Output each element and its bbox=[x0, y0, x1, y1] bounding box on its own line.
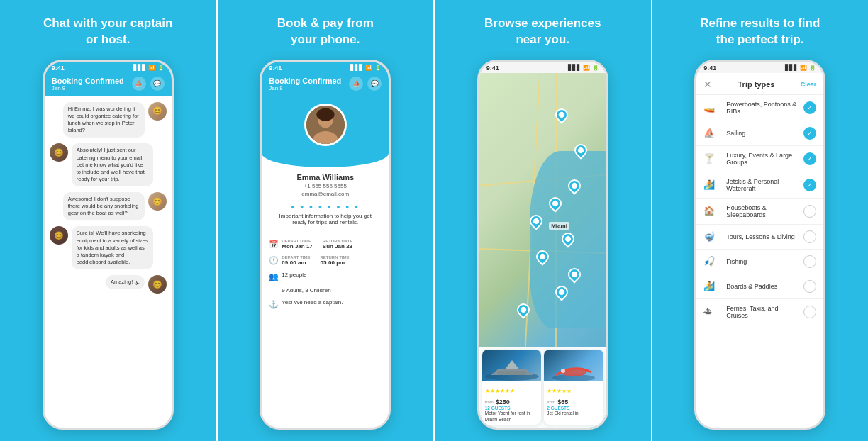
yacht-stars: ★★★★★★ bbox=[485, 388, 515, 394]
filter-item-boards[interactable]: 🏄 Boards & Paddles bbox=[696, 274, 823, 299]
status-bar-2: 9:41 ▋▋▋ 📶 🔋 bbox=[262, 62, 389, 73]
status-time-3: 9:41 bbox=[486, 65, 499, 72]
svg-marker-6 bbox=[505, 360, 519, 369]
filter-check-fishing[interactable] bbox=[803, 255, 816, 268]
filter-item-luxury[interactable]: 🍸 Luxury, Events & Large Groups ✓ bbox=[696, 146, 823, 172]
map-content: Miami ★★★★★★ bbox=[479, 73, 606, 428]
fishing-icon: 🎣 bbox=[703, 256, 720, 267]
battery-icon-2: 🔋 bbox=[374, 65, 382, 71]
booking-header-subtitle: Jan 8 bbox=[269, 85, 341, 91]
wifi-icon-4: 📶 bbox=[800, 65, 807, 71]
filter-check-ferries[interactable] bbox=[803, 306, 816, 318]
filter-clear-button[interactable]: Clear bbox=[801, 81, 817, 88]
filter-close-button[interactable]: ✕ bbox=[703, 79, 712, 90]
filter-label-sailing: Sailing bbox=[726, 130, 798, 137]
booking-msg-icon[interactable]: 💬 bbox=[367, 77, 382, 91]
chat-msg-4: 😊 Sure is! We'll have snorkeling equipme… bbox=[50, 226, 167, 269]
status-icons-4: ▋▋▋ 📶 🔋 bbox=[785, 65, 816, 71]
wifi-icon-3: 📶 bbox=[583, 65, 590, 71]
filter-item-jetskis[interactable]: 🏄 Jetskis & Personal Watercraft ✓ bbox=[696, 172, 823, 199]
trip-people-breakdown-row: 9 Adults, 3 Children bbox=[262, 284, 389, 296]
panel-filter: Refine results to find the perfect trip.… bbox=[651, 0, 869, 441]
filter-check-powerboats[interactable]: ✓ bbox=[803, 101, 816, 114]
yacht-description: Motor Yacht for rent in Miami Beach bbox=[482, 411, 542, 425]
filter-item-fishing[interactable]: 🎣 Fishing bbox=[696, 250, 823, 274]
map-pin-9 bbox=[515, 301, 533, 318]
profile-info-message: Important information to help you get re… bbox=[262, 213, 389, 230]
filter-label-powerboats: Powerboats, Pontoons & RIBs bbox=[726, 101, 798, 115]
yacht-guests: 12 GUESTS bbox=[482, 406, 542, 411]
status-icons-1: ▋▋▋ 📶 🔋 bbox=[133, 65, 165, 71]
map-card-yacht[interactable]: ★★★★★★ from $250 12 GUESTS Motor Yacht f… bbox=[482, 350, 542, 425]
status-icons-3: ▋▋▋ 📶 🔋 bbox=[568, 65, 599, 71]
trip-times-row: 🕐 DEPART TIME 09:00 am RETURN TIME 05:00… bbox=[262, 252, 389, 269]
avatar-1: 😊 bbox=[148, 102, 167, 121]
bubble-4: Sure is! We'll have snorkeling equipment… bbox=[72, 226, 153, 269]
filter-label-ferries: Ferries, Taxis, and Cruises bbox=[726, 305, 798, 319]
chat-header-icons: ⛵ 💬 bbox=[132, 77, 165, 91]
booking-boat-icon[interactable]: ⛵ bbox=[349, 77, 363, 91]
message-icon[interactable]: 💬 bbox=[150, 77, 165, 91]
chat-header: Booking Confirmed Jan 8 ⛵ 💬 bbox=[45, 73, 172, 96]
yacht-image bbox=[482, 350, 542, 381]
phone-booking: 9:41 ▋▋▋ 📶 🔋 Booking Confirmed Jan 8 ⛵ 💬 bbox=[260, 60, 391, 430]
status-bar-3: 9:41 ▋▋▋ 📶 🔋 bbox=[479, 62, 606, 73]
booking-header-icons: ⛵ 💬 bbox=[349, 77, 382, 91]
trip-people-row: 👥 12 people bbox=[262, 269, 389, 284]
filter-list: 🚤 Powerboats, Pontoons & RIBs ✓ ⛵ Sailin… bbox=[696, 95, 823, 428]
panel3-title: Browse experiences near you. bbox=[484, 16, 601, 48]
filter-check-sailing[interactable]: ✓ bbox=[803, 127, 816, 140]
ferry-icon: ⛴ bbox=[703, 306, 720, 317]
jetski-guests: 2 GUESTS bbox=[544, 406, 603, 411]
jetski-stars-row: ★★★★★ bbox=[544, 381, 603, 397]
filter-item-tours[interactable]: 🤿 Tours, Lessons & Diving bbox=[696, 225, 823, 250]
filter-item-ferries[interactable]: ⛴ Ferries, Taxis, and Cruises bbox=[696, 299, 823, 325]
svg-point-9 bbox=[561, 368, 586, 376]
depart-time-val: 09:00 am bbox=[282, 259, 310, 266]
return-time-val: 05:00 pm bbox=[320, 259, 349, 266]
status-bar-4: 9:41 ▋▋▋ 📶 🔋 bbox=[696, 62, 823, 73]
battery-icon-3: 🔋 bbox=[592, 65, 599, 71]
filter-item-sailing[interactable]: ⛵ Sailing ✓ bbox=[696, 121, 823, 146]
signal-icon-4: ▋▋▋ bbox=[785, 65, 798, 71]
profile-phone: +1 555 555 5555 bbox=[269, 183, 382, 189]
map-card-jetski[interactable]: ★★★★★ from $65 2 GUESTS Jet Ski rental i… bbox=[544, 350, 603, 425]
filter-check-tours[interactable] bbox=[803, 230, 816, 243]
filter-check-houseboats[interactable] bbox=[803, 205, 816, 218]
chat-messages: 😊 Hi Emma, I was wondering if we could o… bbox=[45, 96, 172, 299]
filter-label-fishing: Fishing bbox=[726, 258, 798, 265]
avatar-5: 😊 bbox=[148, 275, 167, 294]
filter-check-boards[interactable] bbox=[803, 280, 816, 293]
profile-name: Emma Williams bbox=[269, 173, 382, 182]
status-time-2: 9:41 bbox=[269, 65, 282, 72]
boat-icon[interactable]: ⛵ bbox=[132, 77, 146, 91]
filter-check-jetskis[interactable]: ✓ bbox=[803, 179, 816, 191]
signal-icon-2: ▋▋▋ bbox=[350, 65, 363, 71]
jetski-from-label: from bbox=[547, 400, 555, 404]
jetski-image bbox=[544, 350, 603, 381]
filter-check-luxury[interactable]: ✓ bbox=[803, 152, 816, 165]
booking-header: Booking Confirmed Jan 8 ⛵ 💬 bbox=[262, 73, 389, 96]
people-icon: 👥 bbox=[269, 272, 277, 281]
trip-people-breakdown: 9 Adults, 3 Children bbox=[282, 287, 330, 294]
chat-title-block: Booking Confirmed Jan 8 bbox=[52, 77, 124, 91]
booking-content: Emma Williams +1 555 555 5555 emma@email… bbox=[262, 96, 389, 428]
chat-msg-3: 😊 Awesome! I don't suppose there would b… bbox=[50, 192, 167, 220]
trip-times-cols: DEPART TIME 09:00 am RETURN TIME 05:00 p… bbox=[282, 255, 349, 266]
booking-title-block: Booking Confirmed Jan 8 bbox=[269, 77, 341, 91]
bubble-5: Amazing! ty. bbox=[106, 275, 145, 289]
panel4-title: Refine results to find the perfect trip. bbox=[700, 16, 820, 48]
calendar-icon: 📅 bbox=[269, 240, 277, 249]
trip-dates-cols: DEPART DATE Mon Jan 17 RETURN DATE Sun J… bbox=[282, 239, 352, 250]
profile-wave bbox=[262, 96, 389, 153]
yacht-stars-row: ★★★★★★ bbox=[482, 381, 542, 397]
status-time-1: 9:41 bbox=[52, 65, 65, 72]
yacht-from-label: from bbox=[485, 400, 494, 404]
phone-filter: 9:41 ▋▋▋ 📶 🔋 ✕ Trip types Clear 🚤 Powerb… bbox=[694, 60, 825, 430]
chat-msg-2: 😊 Absolutely! I just sent our catering m… bbox=[50, 143, 167, 186]
depart-date-col: DEPART DATE Mon Jan 17 bbox=[282, 239, 313, 250]
avatar-4: 😊 bbox=[50, 226, 68, 245]
boards-icon: 🏄 bbox=[703, 281, 720, 291]
filter-item-houseboats[interactable]: 🏠 Houseboats & Sleepaboards bbox=[696, 199, 823, 225]
filter-item-powerboats[interactable]: 🚤 Powerboats, Pontoons & RIBs ✓ bbox=[696, 95, 823, 121]
